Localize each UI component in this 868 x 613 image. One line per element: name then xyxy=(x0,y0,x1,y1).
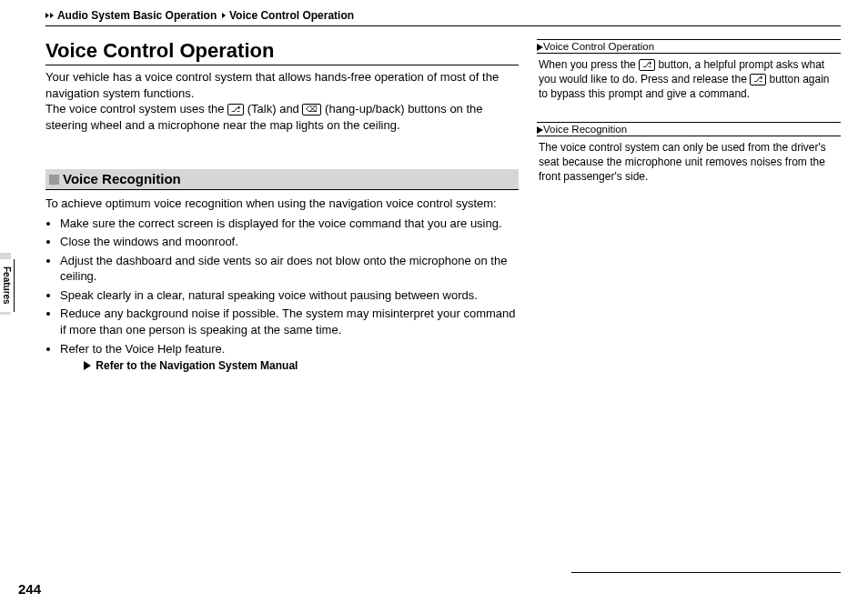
cross-reference: Refer to the Navigation System Manual xyxy=(84,359,519,372)
list-item: Speak clearly in a clear, natural speaki… xyxy=(60,287,519,304)
sidebar-body: The voice control system can only be use… xyxy=(537,140,841,185)
list-item: Adjust the dashboard and side vents so a… xyxy=(60,253,519,285)
list-item: Reduce any background noise if possible.… xyxy=(60,306,519,337)
intro-text: The voice control system uses the xyxy=(45,102,227,116)
section-title: Voice Recognition xyxy=(63,171,181,186)
section-header: Voice Recognition xyxy=(45,169,519,190)
manual-page: Audio System Basic Operation Voice Contr… xyxy=(0,0,868,613)
list-item: Make sure the correct screen is displaye… xyxy=(60,216,519,232)
talk-button-icon: ⎇ xyxy=(227,104,244,116)
sidebar-body: When you press the ⎇ button, a helpful p… xyxy=(537,57,841,102)
sidebar-title-text: Voice Control Operation xyxy=(543,41,654,52)
sidebar-text: When you press the xyxy=(539,58,639,71)
sidebar-title-text: Voice Recognition xyxy=(543,124,627,135)
page-number: 244 xyxy=(18,581,41,597)
section-lead: To achieve optimum voice recognition whe… xyxy=(45,196,519,212)
intro-paragraph: Your vehicle has a voice control system … xyxy=(45,69,519,133)
breadcrumb: Audio System Basic Operation Voice Contr… xyxy=(45,9,841,26)
reference-arrow-icon xyxy=(84,361,91,370)
intro-text: Your vehicle has a voice control system … xyxy=(45,70,499,100)
list-item: Refer to the Voice Help feature. xyxy=(60,341,519,357)
section-tab-label: Features xyxy=(0,259,15,312)
talk-button-icon: ⎇ xyxy=(750,74,766,85)
breadcrumb-part: Voice Control Operation xyxy=(229,9,354,22)
square-bullet-icon xyxy=(49,175,59,185)
chevron-right-icon xyxy=(45,13,49,18)
sidebar-footer-rule xyxy=(571,572,841,573)
hangup-button-icon: ⌫ xyxy=(302,104,321,116)
chevron-right-icon xyxy=(50,13,54,18)
talk-button-icon: ⎇ xyxy=(639,59,655,71)
reference-arrow-icon xyxy=(537,44,543,51)
reference-arrow-icon xyxy=(537,126,543,134)
tips-list: Make sure the correct screen is displaye… xyxy=(45,216,519,357)
list-item: Close the windows and moonroof. xyxy=(60,234,519,250)
breadcrumb-part: Audio System Basic Operation xyxy=(57,9,217,22)
sidebar-column: Voice Control Operation When you press t… xyxy=(537,39,841,372)
page-title: Voice Control Operation xyxy=(45,39,519,65)
sidebar-heading: Voice Recognition xyxy=(537,122,841,136)
reference-text: Refer to the Navigation System Manual xyxy=(96,359,298,372)
intro-text: (Talk) and xyxy=(244,102,302,116)
main-column: Voice Control Operation Your vehicle has… xyxy=(45,39,519,372)
chevron-right-icon xyxy=(222,13,226,18)
sidebar-heading: Voice Control Operation xyxy=(537,39,841,54)
